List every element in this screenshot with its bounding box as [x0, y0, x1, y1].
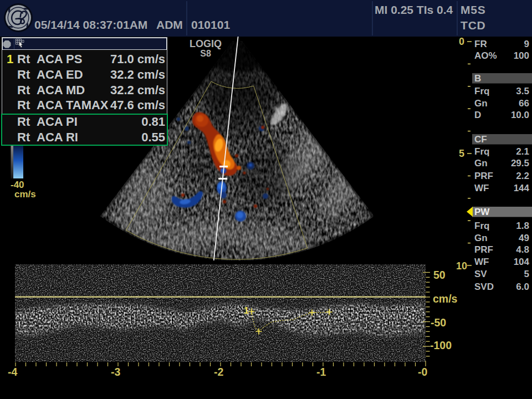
- svg-text:0.81: 0.81: [141, 115, 165, 129]
- svg-text:-3: -3: [111, 366, 120, 378]
- svg-text:-0: -0: [418, 366, 427, 378]
- svg-text:49: 49: [519, 233, 529, 243]
- svg-text:AO%: AO%: [474, 50, 497, 61]
- svg-text:FR: FR: [474, 39, 487, 49]
- svg-text:05/14/14 08:37:01AM: 05/14/14 08:37:01AM: [34, 18, 147, 31]
- svg-text:ACA PS: ACA PS: [37, 52, 82, 66]
- svg-text:ACA PI: ACA PI: [37, 115, 78, 129]
- svg-text:Rt: Rt: [17, 83, 30, 97]
- svg-text:WF: WF: [474, 257, 489, 267]
- svg-text:10.0: 10.0: [511, 110, 529, 120]
- svg-text:TCD: TCD: [461, 19, 486, 32]
- svg-text:B: B: [474, 73, 481, 84]
- svg-text:0.55: 0.55: [141, 130, 165, 144]
- svg-text:-50: -50: [431, 316, 446, 329]
- svg-text:ADM: ADM: [156, 18, 183, 31]
- svg-text:50: 50: [433, 269, 446, 281]
- svg-text:144: 144: [514, 183, 530, 193]
- svg-text:PW: PW: [474, 207, 490, 217]
- svg-text:5: 5: [459, 148, 464, 159]
- svg-text:-1: -1: [316, 366, 326, 378]
- svg-text:cm/s: cm/s: [433, 293, 458, 305]
- svg-text:SV: SV: [474, 269, 487, 279]
- svg-text:cm/s: cm/s: [14, 189, 36, 200]
- svg-text:71.0 cm/s: 71.0 cm/s: [110, 52, 165, 66]
- svg-text:47.6 cm/s: 47.6 cm/s: [110, 98, 165, 112]
- svg-text:LOGIQ: LOGIQ: [190, 38, 222, 49]
- svg-text:9: 9: [524, 39, 529, 49]
- svg-text:32.2 cm/s: 32.2 cm/s: [110, 83, 165, 97]
- svg-text:1: 1: [244, 306, 249, 315]
- svg-text:1.8: 1.8: [516, 221, 529, 231]
- svg-text:Rt: Rt: [17, 52, 30, 66]
- svg-text:2.1: 2.1: [516, 146, 529, 157]
- svg-text:-100: -100: [430, 339, 452, 351]
- svg-text:1: 1: [7, 52, 13, 66]
- svg-text:Frq: Frq: [474, 146, 489, 157]
- svg-text:010101: 010101: [191, 18, 230, 31]
- svg-text:Rt: Rt: [17, 130, 30, 144]
- svg-text:100: 100: [514, 50, 529, 61]
- svg-text:Frq: Frq: [474, 86, 489, 96]
- svg-text:CF: CF: [474, 134, 487, 145]
- svg-text:6.0: 6.0: [516, 282, 529, 292]
- svg-text:MI 0.25 TIs 0.4: MI 0.25 TIs 0.4: [375, 3, 453, 16]
- svg-text:29.5: 29.5: [511, 158, 529, 168]
- svg-text:0: 0: [459, 36, 464, 47]
- svg-text:Rt: Rt: [17, 68, 30, 81]
- svg-text:ACA RI: ACA RI: [37, 130, 78, 144]
- svg-text:5: 5: [524, 269, 529, 279]
- svg-text:Gn: Gn: [474, 98, 488, 109]
- svg-text:3.5: 3.5: [516, 86, 529, 96]
- svg-text:M5S: M5S: [461, 3, 486, 16]
- svg-text:Rt: Rt: [17, 98, 30, 112]
- svg-text:Rt: Rt: [17, 115, 30, 129]
- svg-text:D: D: [474, 110, 481, 120]
- svg-text:Frq: Frq: [474, 221, 489, 231]
- svg-text:2.2: 2.2: [516, 171, 529, 181]
- svg-text:PRF: PRF: [474, 244, 493, 255]
- svg-text:ACA ED: ACA ED: [37, 68, 83, 81]
- svg-text:66: 66: [519, 98, 529, 109]
- svg-text:-4: -4: [8, 366, 17, 378]
- svg-text:ACA TAMAX: ACA TAMAX: [37, 98, 109, 112]
- svg-text:10: 10: [456, 260, 467, 272]
- svg-text:32.2 cm/s: 32.2 cm/s: [110, 68, 165, 81]
- svg-text:Gn: Gn: [474, 233, 488, 243]
- svg-text:Gn: Gn: [474, 158, 488, 168]
- svg-text:4.8: 4.8: [516, 244, 529, 255]
- svg-text:S8: S8: [200, 49, 211, 58]
- svg-text:-2: -2: [214, 366, 223, 378]
- svg-text:104: 104: [514, 257, 530, 267]
- svg-text:WF: WF: [474, 183, 489, 193]
- svg-text:SVD: SVD: [474, 282, 494, 292]
- svg-text:ACA MD: ACA MD: [37, 83, 85, 97]
- svg-text:PRF: PRF: [474, 171, 493, 181]
